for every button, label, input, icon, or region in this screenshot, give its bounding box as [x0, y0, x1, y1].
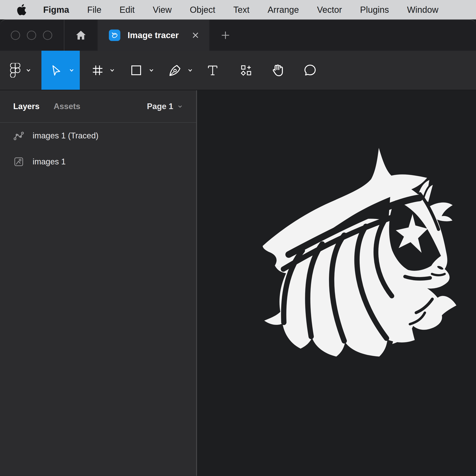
main-menu-button[interactable]	[10, 51, 32, 90]
menu-object[interactable]: Object	[181, 5, 224, 15]
text-icon	[206, 64, 219, 77]
menu-file[interactable]: File	[78, 5, 110, 15]
shape-tool-button[interactable]	[130, 51, 155, 90]
tab-image-tracer[interactable]: Image tracer	[98, 20, 209, 51]
chevron-down-icon	[187, 67, 193, 74]
menu-arrange[interactable]: Arrange	[258, 5, 308, 15]
layer-row-traced[interactable]: images 1 (Traced)	[0, 123, 196, 149]
new-tab-button[interactable]	[219, 20, 232, 51]
close-window-button[interactable]	[11, 31, 20, 40]
layer-row-image[interactable]: images 1	[0, 149, 196, 175]
cursor-icon	[49, 64, 63, 77]
home-icon	[75, 30, 87, 41]
menu-text[interactable]: Text	[224, 5, 258, 15]
hand-tool-button[interactable]	[269, 51, 286, 90]
window-controls	[11, 20, 52, 51]
comment-icon	[302, 63, 318, 78]
tab-assets[interactable]: Assets	[53, 102, 80, 111]
toolbar	[0, 51, 476, 90]
image-tracer-plugin-icon	[109, 30, 120, 41]
frame-icon	[91, 64, 104, 77]
tab-layers[interactable]: Layers	[13, 102, 39, 111]
layer-name: images 1	[33, 157, 66, 166]
comment-tool-button[interactable]	[302, 51, 318, 90]
page-selector[interactable]: Page 1	[147, 102, 183, 111]
move-tool-button[interactable]	[49, 51, 75, 90]
close-icon	[192, 32, 199, 39]
chevron-down-icon	[109, 67, 116, 74]
pen-tool-button[interactable]	[168, 51, 193, 90]
menu-edit[interactable]: Edit	[110, 5, 144, 15]
page-selector-label: Page 1	[147, 102, 173, 111]
hand-icon	[269, 62, 286, 78]
panel-header: Layers Assets Page 1	[0, 90, 196, 123]
plus-icon	[220, 30, 231, 40]
resources-icon	[239, 64, 253, 77]
frame-tool-button[interactable]	[91, 51, 116, 90]
menu-view[interactable]: View	[144, 5, 181, 15]
layer-name: images 1 (Traced)	[33, 131, 99, 140]
chevron-down-icon	[148, 67, 155, 74]
image-icon	[12, 156, 25, 167]
menu-window[interactable]: Window	[398, 5, 447, 15]
canvas[interactable]	[197, 90, 476, 476]
resources-button[interactable]	[239, 51, 253, 90]
minimize-window-button[interactable]	[27, 31, 36, 40]
menu-vector[interactable]: Vector	[308, 5, 351, 15]
menu-figma[interactable]: Figma	[34, 5, 78, 15]
figma-logo-icon	[10, 63, 20, 78]
close-tab-button[interactable]	[192, 31, 200, 39]
rectangle-icon	[130, 64, 143, 77]
vector-trace-icon	[12, 129, 25, 142]
pen-icon	[168, 63, 182, 78]
chevron-down-icon	[177, 103, 183, 110]
tab-bar: Image tracer	[0, 20, 476, 51]
lion-logo-artwork	[256, 144, 469, 373]
apple-logo-icon[interactable]	[16, 3, 27, 16]
menu-plugins[interactable]: Plugins	[351, 5, 398, 15]
macos-menubar: Figma File Edit View Object Text Arrange…	[0, 0, 476, 19]
figma-window: Image tracer	[0, 19, 476, 476]
layers-panel: Layers Assets Page 1	[0, 90, 197, 476]
zoom-window-button[interactable]	[43, 31, 52, 40]
home-button[interactable]	[64, 20, 98, 51]
tab-title: Image tracer	[128, 30, 179, 40]
chevron-down-icon	[25, 67, 32, 74]
text-tool-button[interactable]	[206, 51, 219, 90]
chevron-down-icon	[68, 67, 75, 74]
